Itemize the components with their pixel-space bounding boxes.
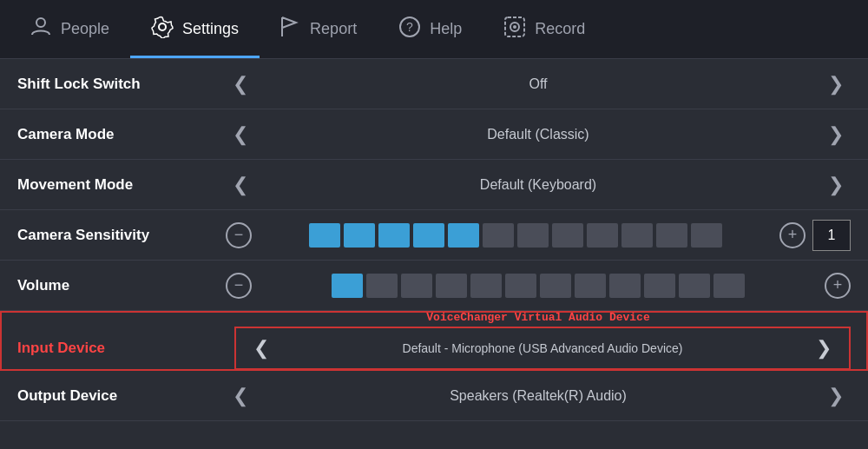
- help-icon: ?: [398, 16, 421, 43]
- vol-bar-10: [679, 274, 710, 298]
- help-label: Help: [430, 20, 462, 38]
- input-device-next[interactable]: ❯: [809, 333, 838, 363]
- volume-bars: [259, 274, 818, 298]
- output-device-row: Output Device ❮ Speakers (Realtek(R) Aud…: [0, 371, 868, 421]
- camera-sensitivity-increase[interactable]: +: [779, 222, 806, 248]
- cam-bar-11: [691, 223, 722, 248]
- shift-lock-value: Off: [267, 76, 809, 92]
- vol-bar-2: [401, 274, 432, 298]
- svg-text:?: ?: [406, 20, 413, 34]
- movement-mode-row: Movement Mode ❮ Default (Keyboard) ❯: [0, 160, 868, 210]
- voice-changer-label: VoiceChanger Virtual Audio Device: [426, 311, 649, 324]
- volume-row: Volume − +: [0, 261, 868, 311]
- movement-mode-control: ❮ Default (Keyboard) ❯: [226, 170, 851, 200]
- record-label: Record: [535, 20, 585, 38]
- camera-mode-control: ❮ Default (Classic) ❯: [226, 120, 851, 149]
- settings-content: Shift Lock Switch ❮ Off ❯ Camera Mode ❮ …: [0, 59, 868, 421]
- camera-mode-prev[interactable]: ❮: [226, 120, 255, 149]
- cam-bar-10: [656, 223, 687, 248]
- top-navigation: People Settings Report ? Help: [0, 0, 868, 59]
- settings-icon: [151, 16, 174, 43]
- vol-bar-0: [332, 274, 363, 298]
- output-device-label: Output Device: [17, 387, 226, 405]
- report-label: Report: [310, 20, 357, 38]
- settings-label: Settings: [182, 20, 239, 38]
- camera-mode-value: Default (Classic): [267, 127, 809, 142]
- input-device-label: Input Device: [17, 340, 226, 357]
- movement-mode-value: Default (Keyboard): [267, 177, 809, 193]
- people-icon: [30, 16, 52, 43]
- volume-increase[interactable]: +: [825, 273, 851, 299]
- report-icon: [280, 16, 301, 43]
- people-label: People: [61, 20, 109, 38]
- cam-bar-5: [483, 223, 514, 248]
- vol-bar-7: [575, 274, 606, 298]
- record-icon: [503, 16, 526, 43]
- cam-bar-9: [621, 223, 653, 248]
- input-device-prev[interactable]: ❮: [247, 333, 276, 363]
- camera-sensitivity-row: Camera Sensitivity − + 1: [0, 210, 868, 261]
- cam-bar-7: [552, 223, 583, 248]
- camera-mode-next[interactable]: ❯: [821, 120, 851, 149]
- cam-bar-4: [448, 223, 479, 248]
- movement-mode-label: Movement Mode: [17, 176, 226, 194]
- vol-bar-9: [644, 274, 675, 298]
- camera-sensitivity-label: Camera Sensitivity: [17, 227, 226, 244]
- nav-settings[interactable]: Settings: [130, 0, 260, 58]
- volume-slider: − +: [226, 273, 851, 299]
- input-device-row: Input Device VoiceChanger Virtual Audio …: [0, 311, 868, 371]
- movement-mode-next[interactable]: ❯: [821, 170, 851, 200]
- shift-lock-row: Shift Lock Switch ❮ Off ❯: [0, 59, 868, 109]
- volume-decrease[interactable]: −: [226, 273, 252, 299]
- shift-lock-control: ❮ Off ❯: [226, 69, 851, 99]
- shift-lock-next[interactable]: ❯: [821, 69, 851, 99]
- svg-point-1: [159, 23, 166, 30]
- cam-bar-3: [413, 223, 444, 248]
- camera-sensitivity-value: 1: [812, 220, 851, 251]
- camera-mode-label: Camera Mode: [17, 126, 226, 143]
- camera-sensitivity-control: − + 1: [226, 220, 851, 251]
- cam-bar-1: [344, 223, 375, 248]
- movement-mode-prev[interactable]: ❮: [226, 170, 255, 200]
- camera-sensitivity-slider: − + 1: [226, 220, 851, 251]
- nav-record[interactable]: Record: [483, 0, 606, 58]
- cam-bar-2: [378, 223, 410, 248]
- vol-bar-3: [436, 274, 467, 298]
- output-device-value: Speakers (Realtek(R) Audio): [267, 388, 809, 404]
- input-device-selector: ❮ Default - Microphone (USB Advanced Aud…: [234, 327, 851, 370]
- vol-bar-5: [505, 274, 536, 298]
- svg-point-0: [36, 18, 45, 27]
- cam-bar-6: [517, 223, 549, 248]
- nav-people[interactable]: People: [9, 0, 130, 58]
- output-device-prev[interactable]: ❮: [226, 381, 255, 411]
- cam-bar-8: [587, 223, 618, 248]
- vol-bar-4: [470, 274, 502, 298]
- output-device-control: ❮ Speakers (Realtek(R) Audio) ❯: [226, 381, 851, 411]
- camera-sensitivity-decrease[interactable]: −: [226, 222, 252, 248]
- vol-bar-11: [713, 274, 745, 298]
- volume-control: − +: [226, 273, 851, 299]
- input-device-value: Default - Microphone (USB Advanced Audio…: [276, 341, 809, 355]
- output-device-next[interactable]: ❯: [821, 381, 851, 411]
- vol-bar-8: [609, 274, 641, 298]
- volume-label: Volume: [17, 277, 226, 294]
- vol-bar-6: [540, 274, 571, 298]
- svg-point-6: [513, 25, 516, 29]
- shift-lock-prev[interactable]: ❮: [226, 69, 255, 99]
- input-device-control: VoiceChanger Virtual Audio Device ❮ Defa…: [226, 327, 851, 370]
- vol-bar-1: [366, 274, 398, 298]
- shift-lock-label: Shift Lock Switch: [17, 76, 226, 93]
- nav-help[interactable]: ? Help: [378, 0, 483, 58]
- camera-sensitivity-bars: [259, 223, 773, 248]
- cam-bar-0: [309, 223, 340, 248]
- nav-report[interactable]: Report: [260, 0, 378, 58]
- camera-mode-row: Camera Mode ❮ Default (Classic) ❯: [0, 109, 868, 160]
